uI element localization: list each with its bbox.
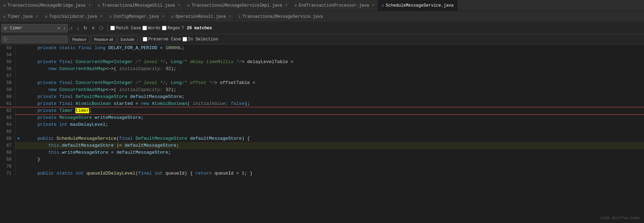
match-case-checkbox-group[interactable]: Match Case bbox=[110, 26, 141, 31]
gutter-icon bbox=[15, 93, 22, 100]
line-content: private final AtomicBoolean started = ne… bbox=[22, 100, 644, 107]
line-content bbox=[22, 52, 644, 59]
tab-label: EndTransactionProcessor.java bbox=[299, 3, 369, 8]
gutter-icon bbox=[15, 66, 22, 72]
line-content: private static final long DELAY_FOR_A_PE… bbox=[22, 45, 644, 52]
tab-timer[interactable]: c Timer.java × bbox=[0, 11, 42, 22]
next-result-button[interactable]: ↓ bbox=[76, 25, 81, 31]
gutter-icon bbox=[15, 114, 22, 121]
regex-help: ? bbox=[182, 26, 184, 31]
replace-button[interactable]: Replace bbox=[69, 36, 89, 43]
gutter-icon bbox=[15, 59, 22, 66]
tab-schedule-message-service[interactable]: c ScheduleMessageService.java bbox=[378, 0, 457, 11]
preserve-case-label: Preserve Case bbox=[148, 37, 181, 42]
match-case-label: Match Case bbox=[116, 26, 141, 31]
line-number: 69 bbox=[0, 156, 15, 163]
gutter-icon bbox=[15, 121, 22, 128]
toggle-pause-button[interactable]: ⏸ bbox=[90, 25, 96, 31]
gutter-icon bbox=[15, 100, 22, 107]
line-content: private final DefaultMessageStore defaul… bbox=[22, 93, 644, 100]
tab-label: TopicValidator.java bbox=[49, 14, 97, 19]
words-checkbox[interactable] bbox=[142, 26, 147, 30]
code-line-61: 61 private final AtomicBoolean started =… bbox=[0, 100, 644, 107]
line-content: this.defaultMessageStore |= defaultMessa… bbox=[22, 142, 644, 149]
tab-label: ScheduleMessageService.java bbox=[386, 3, 453, 8]
tab-close[interactable]: × bbox=[285, 3, 287, 7]
tab-close[interactable]: × bbox=[229, 15, 231, 18]
prev-result-button[interactable]: ↑ bbox=[69, 25, 74, 31]
line-content: private int maxDelayLevel; bbox=[22, 121, 644, 128]
code-line-62: 62 private Timer timer; bbox=[0, 107, 644, 114]
tab-close[interactable]: × bbox=[178, 3, 180, 7]
tab-label: Timer.java bbox=[8, 14, 33, 19]
tab-label: TransactionalMessageBridge.java bbox=[8, 3, 86, 8]
gutter-icon bbox=[15, 86, 22, 93]
gutter-icon bbox=[15, 72, 22, 79]
code-line-57: 57 bbox=[0, 72, 644, 79]
preserve-case-checkbox-group[interactable]: Preserve Case bbox=[143, 37, 181, 42]
line-number: 58 bbox=[0, 79, 15, 86]
exclude-button[interactable]: Exclude bbox=[118, 36, 138, 43]
line-content: new ConcurrentHashMap<~>( initialCapacit… bbox=[22, 66, 644, 72]
tab-transactional-message-util[interactable]: c TransactionalMessageUtil.java × bbox=[95, 0, 184, 11]
replace-all-button[interactable]: Replace all bbox=[91, 36, 116, 43]
tab-operation-result[interactable]: c OperationResult.java × bbox=[168, 11, 235, 22]
line-content: public static int queueId2DelayLevel(fin… bbox=[22, 170, 644, 177]
tab-end-transaction-processor[interactable]: c EndTransactionProcessor.java × bbox=[291, 0, 378, 11]
tab-transactional-message-service-impl[interactable]: c TransactionalMessageServiceImpl.java × bbox=[184, 0, 291, 11]
code-line-69: 69 } bbox=[0, 156, 644, 163]
search-input-wrapper[interactable]: Q~ × ↑ ↓ bbox=[1, 24, 68, 32]
line-number: 65 bbox=[0, 128, 15, 135]
in-selection-checkbox-group[interactable]: In Selection bbox=[183, 37, 218, 42]
tab-bar-top: c TransactionalMessageBridge.java × c Tr… bbox=[0, 0, 644, 11]
line-number: 71 bbox=[0, 170, 15, 177]
line-content: this.writeMessageStore = defaultMessageS… bbox=[22, 149, 644, 156]
line-number: 68 bbox=[0, 149, 15, 156]
clear-search-button[interactable]: × bbox=[57, 25, 61, 31]
tab-close[interactable]: × bbox=[162, 15, 164, 18]
line-number: 53 bbox=[0, 45, 15, 52]
tab-close[interactable]: × bbox=[36, 15, 38, 18]
tab-icon-c: c bbox=[382, 3, 384, 8]
gutter-icon bbox=[15, 128, 22, 135]
line-content: private final ConcurrentMap<Integer /* l… bbox=[22, 59, 644, 66]
replace-input[interactable] bbox=[4, 37, 63, 42]
line-content: new ConcurrentHashMap<~>( initialCapacit… bbox=[22, 86, 644, 93]
line-number: 60 bbox=[0, 93, 15, 100]
tab-icon-c: c bbox=[187, 3, 190, 8]
line-number: 70 bbox=[0, 163, 15, 170]
in-selection-checkbox[interactable] bbox=[183, 37, 187, 41]
gutter-icon bbox=[15, 142, 22, 149]
refresh-button[interactable]: ↻ bbox=[82, 25, 89, 31]
tab-transactional-message-bridge[interactable]: c TransactionalMessageBridge.java × bbox=[0, 0, 95, 11]
match-case-checkbox[interactable] bbox=[110, 26, 115, 30]
replace-input-wrapper[interactable] bbox=[1, 36, 68, 43]
regex-checkbox[interactable] bbox=[162, 26, 166, 30]
tab-label: TransactionalMessageUtil.java bbox=[102, 3, 175, 8]
line-content: public ScheduleMessageService(final Defa… bbox=[22, 135, 644, 142]
filter-button[interactable]: ⧂ bbox=[98, 25, 105, 32]
code-line-64: 64 private int maxDelayLevel; bbox=[0, 121, 644, 128]
code-line-58: 58 private final ConcurrentMap<Integer /… bbox=[0, 79, 644, 86]
line-number: 67 bbox=[0, 142, 15, 149]
tab-close[interactable]: × bbox=[100, 15, 102, 18]
search-input[interactable] bbox=[10, 26, 55, 31]
line-number: 56 bbox=[0, 66, 15, 72]
line-number: 61 bbox=[0, 100, 15, 107]
tab-transactional-message-service-interface[interactable]: i TransactionalMessageService.java bbox=[235, 11, 327, 22]
code-line-65: 65 bbox=[0, 128, 644, 135]
preserve-case-checkbox[interactable] bbox=[143, 37, 147, 41]
prev-match-button[interactable]: ↑ bbox=[62, 25, 67, 31]
tab-close[interactable]: × bbox=[372, 3, 374, 7]
tab-config-manager[interactable]: c ConfigManager.java × bbox=[106, 11, 168, 22]
tab-close[interactable]: × bbox=[89, 3, 91, 7]
line-number: 59 bbox=[0, 86, 15, 93]
words-label: Words bbox=[148, 26, 161, 31]
code-line-55: 55 private final ConcurrentMap<Integer /… bbox=[0, 59, 644, 66]
tab-topic-validator[interactable]: c TopicValidator.java × bbox=[42, 11, 106, 22]
words-checkbox-group[interactable]: Words bbox=[142, 26, 161, 31]
replace-row: Replace Replace all Exclude Preserve Cas… bbox=[0, 34, 644, 45]
regex-checkbox-group[interactable]: Regex bbox=[162, 26, 180, 31]
gutter-icon bbox=[15, 170, 22, 177]
gutter-icon bbox=[15, 45, 22, 52]
